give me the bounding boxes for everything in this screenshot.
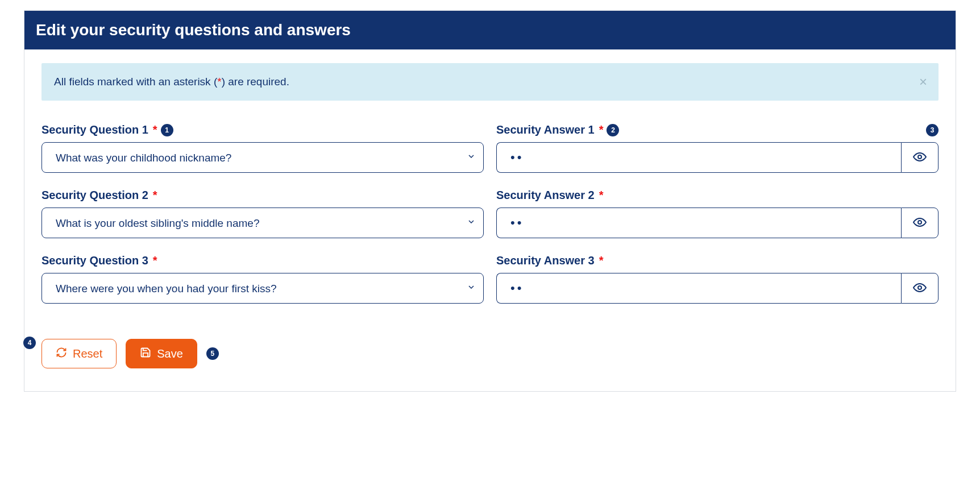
help-callout-3[interactable]: 3 — [926, 124, 939, 136]
question-2-select[interactable]: What is your oldest sibling's middle nam… — [41, 208, 484, 238]
reset-button[interactable]: Reset — [41, 339, 117, 368]
question-1-select[interactable]: What was your childhood nickname? — [41, 142, 484, 173]
answer-3-input-group — [496, 273, 939, 304]
question-1-select-wrap: What was your childhood nickname? — [41, 142, 484, 173]
answer-2-input[interactable] — [496, 208, 901, 238]
question-1-label: Security Question 1 — [41, 123, 148, 136]
required-asterisk: * — [153, 123, 157, 136]
refresh-icon — [56, 347, 67, 361]
answer-3-label: Security Answer 3 — [496, 254, 595, 267]
answer-2-label: Security Answer 2 — [496, 189, 595, 202]
question-1-label-row: Security Question 1* 1 — [41, 123, 484, 136]
answer-2-field: Security Answer 2* — [496, 189, 939, 238]
help-callout-2[interactable]: 2 — [607, 124, 619, 136]
question-3-field: Security Question 3* Where were you when… — [41, 254, 484, 304]
save-button[interactable]: Save — [126, 339, 197, 368]
answer-3-show-button[interactable] — [901, 273, 939, 304]
help-callout-1[interactable]: 1 — [161, 124, 173, 136]
answer-1-field: Security Answer 1* 2 3 — [496, 123, 939, 173]
help-callout-4[interactable]: 4 — [23, 337, 36, 349]
banner-close-button[interactable]: × — [916, 74, 931, 89]
close-icon: × — [919, 74, 927, 89]
answer-1-label-row: Security Answer 1* 2 3 — [496, 123, 939, 136]
panel-body: All fields marked with an asterisk (*) a… — [24, 49, 956, 391]
answer-1-input-group — [496, 142, 939, 173]
required-asterisk: * — [599, 189, 604, 202]
eye-icon — [913, 281, 927, 296]
question-1-field: Security Question 1* 1 What was your chi… — [41, 123, 484, 173]
svg-point-2 — [918, 286, 921, 289]
answer-3-input[interactable] — [496, 273, 901, 304]
eye-icon — [913, 215, 927, 231]
help-callout-5[interactable]: 5 — [206, 347, 219, 360]
question-3-select[interactable]: Where were you when you had your first k… — [41, 273, 484, 304]
answer-3-label-row: Security Answer 3* — [496, 254, 939, 267]
answer-3-field: Security Answer 3* — [496, 254, 939, 304]
banner-text-prefix: All fields marked with an asterisk ( — [54, 76, 217, 88]
required-asterisk: * — [599, 123, 604, 136]
save-button-label: Save — [157, 347, 183, 360]
answer-1-show-button[interactable] — [901, 142, 939, 173]
reset-button-label: Reset — [73, 347, 102, 360]
panel-title: Edit your security questions and answers — [24, 11, 956, 49]
banner-text-suffix: ) are required. — [222, 76, 289, 88]
save-icon — [140, 347, 151, 361]
question-3-label: Security Question 3 — [41, 254, 148, 267]
required-asterisk: * — [599, 254, 604, 267]
answer-2-input-group — [496, 208, 939, 238]
eye-icon — [913, 150, 927, 165]
answer-2-label-row: Security Answer 2* — [496, 189, 939, 202]
answer-1-input[interactable] — [496, 142, 901, 173]
banner-asterisk: * — [217, 76, 221, 88]
question-2-label-row: Security Question 2* — [41, 189, 484, 202]
svg-point-1 — [918, 221, 921, 224]
question-2-select-wrap: What is your oldest sibling's middle nam… — [41, 208, 484, 238]
answer-2-show-button[interactable] — [901, 208, 939, 238]
svg-point-0 — [918, 155, 921, 159]
required-asterisk: * — [153, 254, 157, 267]
form-grid: Security Question 1* 1 What was your chi… — [41, 123, 939, 320]
actions-row: 4 Reset Save 5 — [41, 339, 939, 368]
question-3-label-row: Security Question 3* — [41, 254, 484, 267]
question-2-field: Security Question 2* What is your oldest… — [41, 189, 484, 238]
question-3-select-wrap: Where were you when you had your first k… — [41, 273, 484, 304]
security-questions-panel: Edit your security questions and answers… — [24, 10, 956, 392]
required-fields-banner: All fields marked with an asterisk (*) a… — [41, 63, 939, 101]
required-asterisk: * — [153, 189, 157, 202]
question-2-label: Security Question 2 — [41, 189, 148, 202]
answer-1-label: Security Answer 1 — [496, 123, 595, 136]
